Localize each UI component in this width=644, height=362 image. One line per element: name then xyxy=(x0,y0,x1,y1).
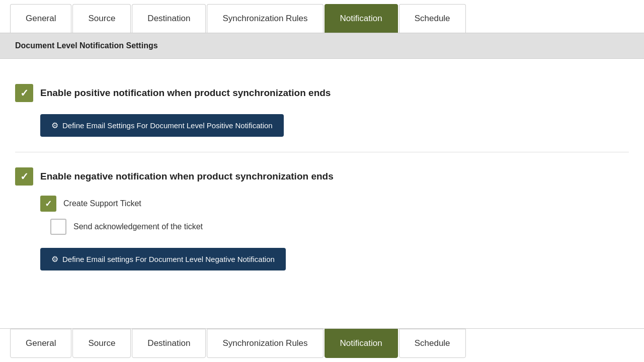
positive-checkmark-icon: ✓ xyxy=(20,87,29,99)
tab-sync-rules[interactable]: Synchronization Rules xyxy=(207,4,323,33)
main-content: Document Level Notification Settings ✓ E… xyxy=(0,33,644,328)
positive-notification-checkbox[interactable]: ✓ xyxy=(15,84,33,102)
tab-general[interactable]: General xyxy=(10,4,71,33)
gear-icon-positive: ⚙ xyxy=(51,121,58,130)
tab-notification-bottom[interactable]: Notification xyxy=(325,329,398,358)
define-email-positive-label: Define Email Settings For Document Level… xyxy=(62,121,273,130)
section-header: Document Level Notification Settings xyxy=(0,33,644,59)
tab-schedule-bottom[interactable]: Schedule xyxy=(399,329,466,358)
negative-notification-block: ✓ Enable negative notification when prod… xyxy=(15,152,629,281)
gear-icon-negative: ⚙ xyxy=(51,254,58,264)
create-ticket-label: Create Support Ticket xyxy=(63,199,141,208)
send-ack-row: Send acknowledgement of the ticket xyxy=(50,219,629,235)
top-tab-bar: General Source Destination Synchronizati… xyxy=(0,0,644,33)
create-ticket-checkbox[interactable]: ✓ xyxy=(40,196,56,212)
send-ack-checkbox[interactable] xyxy=(50,219,66,235)
negative-checkmark-icon: ✓ xyxy=(20,170,29,183)
negative-notification-row: ✓ Enable negative notification when prod… xyxy=(15,167,629,186)
send-ack-label: Send acknowledgement of the ticket xyxy=(73,222,203,231)
tab-source-bottom[interactable]: Source xyxy=(72,329,131,358)
define-email-negative-label: Define Email settings For Document Level… xyxy=(62,255,275,263)
define-email-positive-button[interactable]: ⚙ Define Email Settings For Document Lev… xyxy=(40,114,284,137)
define-email-negative-button[interactable]: ⚙ Define Email settings For Document Lev… xyxy=(40,248,286,270)
bottom-tab-bar: General Source Destination Synchronizati… xyxy=(0,328,644,362)
positive-notification-label: Enable positive notification when produc… xyxy=(40,87,331,99)
negative-notification-label: Enable negative notification when produc… xyxy=(40,171,334,182)
tab-destination-bottom[interactable]: Destination xyxy=(132,329,206,358)
positive-notification-row: ✓ Enable positive notification when prod… xyxy=(15,84,629,102)
content-area: ✓ Enable positive notification when prod… xyxy=(0,59,644,296)
tab-sync-rules-bottom[interactable]: Synchronization Rules xyxy=(207,329,323,358)
negative-notification-checkbox[interactable]: ✓ xyxy=(15,167,33,186)
tab-destination[interactable]: Destination xyxy=(132,4,206,33)
tab-general-bottom[interactable]: General xyxy=(10,329,71,358)
create-ticket-row: ✓ Create Support Ticket xyxy=(40,196,629,212)
tab-notification[interactable]: Notification xyxy=(325,4,398,33)
tab-schedule[interactable]: Schedule xyxy=(399,4,466,33)
create-ticket-checkmark-icon: ✓ xyxy=(45,199,52,209)
positive-notification-block: ✓ Enable positive notification when prod… xyxy=(15,74,629,147)
tab-source[interactable]: Source xyxy=(72,4,131,33)
sub-options: ✓ Create Support Ticket Send acknowledge… xyxy=(40,196,629,235)
